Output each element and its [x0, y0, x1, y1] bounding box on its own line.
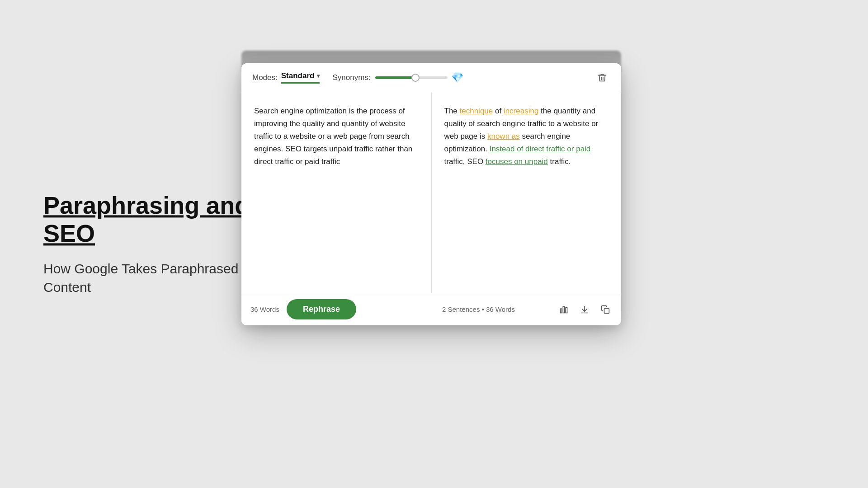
input-text-content: Search engine optimization is the proces…: [254, 107, 412, 166]
slider-thumb: [411, 74, 420, 82]
copy-icon[interactable]: [599, 303, 612, 316]
output-icons: [557, 303, 612, 316]
synonyms-label: Synonyms:: [332, 73, 370, 82]
svg-rect-3: [604, 308, 609, 313]
right-bottom: 2 Sentences • 36 Words: [431, 303, 612, 316]
slider-track: [375, 76, 448, 79]
paraphrase-card: Modes: Standard ▾ Synonyms: 💎: [241, 63, 621, 325]
modes-value: Standard: [281, 71, 315, 80]
input-pane[interactable]: Search engine optimization is the proces…: [241, 92, 432, 293]
chevron-down-icon: ▾: [317, 73, 320, 79]
rephrase-button[interactable]: Rephrase: [287, 299, 356, 319]
toolbar: Modes: Standard ▾ Synonyms: 💎: [241, 63, 621, 92]
card-inner: Modes: Standard ▾ Synonyms: 💎: [241, 63, 621, 325]
delete-button[interactable]: [594, 70, 610, 86]
chart-icon[interactable]: [557, 303, 571, 316]
page-title: Paraphrasing and SEO: [43, 191, 256, 247]
output-pane: The technique of increasing the quantity…: [432, 92, 622, 293]
content-area: Search engine optimization is the proces…: [241, 92, 621, 293]
output-text: The technique of increasing the quantity…: [444, 105, 609, 168]
trash-icon: [597, 73, 607, 83]
svg-rect-0: [561, 309, 562, 313]
svg-rect-2: [566, 307, 567, 313]
left-bottom: 36 Words Rephrase: [250, 299, 431, 319]
left-panel: Paraphrasing and SEO How Google Takes Pa…: [43, 191, 256, 296]
output-sentences: 2 Sentences • 36 Words: [442, 305, 515, 313]
modes-dropdown[interactable]: Standard ▾: [281, 71, 320, 84]
input-text: Search engine optimization is the proces…: [254, 105, 419, 168]
input-word-count: 36 Words: [250, 305, 279, 313]
bottom-bar: 36 Words Rephrase 2 Sentences • 36 Words: [241, 293, 621, 325]
diamond-icon: 💎: [451, 72, 463, 84]
modes-label: Modes:: [252, 73, 278, 82]
synonyms-slider[interactable]: 💎: [375, 72, 485, 84]
svg-rect-1: [563, 306, 564, 313]
page-subtitle: How Google Takes Paraphrased Content: [43, 260, 256, 297]
download-icon[interactable]: [578, 303, 591, 316]
